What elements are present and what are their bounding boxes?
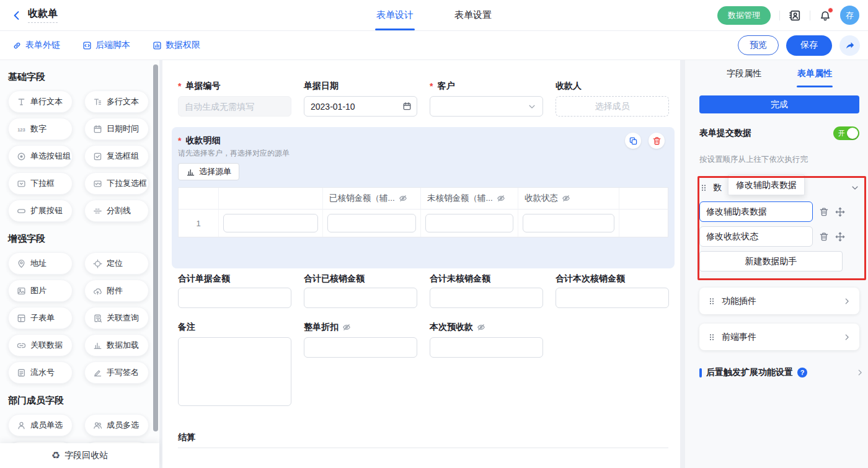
cell-input[interactable] <box>523 214 614 232</box>
prepayment-input[interactable] <box>430 337 543 358</box>
post-trigger-settings[interactable]: 后置触发扩展功能设置 ? <box>699 367 864 378</box>
field-type-icon <box>17 97 26 107</box>
help-icon[interactable]: ? <box>797 368 807 377</box>
order-discount-input[interactable] <box>304 337 417 358</box>
total-field[interactable]: 合计已核销金额 <box>304 273 417 308</box>
document-date-input[interactable] <box>304 96 417 117</box>
calendar-icon[interactable] <box>402 102 412 111</box>
collapsed-section-card[interactable]: 前端事件 <box>699 324 859 350</box>
field-type-item[interactable]: 子表单 <box>8 307 73 329</box>
trash-icon[interactable] <box>819 232 829 242</box>
cell-input[interactable] <box>425 214 513 232</box>
subform-title: 收款明细 <box>178 135 668 146</box>
remark-textarea[interactable] <box>178 337 291 406</box>
back-icon[interactable] <box>11 10 22 21</box>
field-type-item[interactable]: 关联查询 <box>84 307 149 329</box>
field-type-item[interactable]: 流水号 <box>8 361 73 384</box>
field-type-item[interactable]: 手写签名 <box>84 361 149 384</box>
submit-data-toggle[interactable]: 开 <box>833 126 859 140</box>
field-type-item[interactable]: 单行文本 <box>8 91 73 113</box>
field-type-item[interactable]: 单选按钮组 <box>8 145 73 167</box>
field-type-item[interactable]: 日期时间 <box>84 118 149 140</box>
document-no-input[interactable] <box>178 96 291 117</box>
field-type-item[interactable]: 关联数据 <box>8 334 73 356</box>
panel-tab[interactable]: 字段属性 <box>725 60 763 87</box>
save-button[interactable]: 保存 <box>786 35 832 56</box>
total-field[interactable]: 合计单据金额 <box>178 273 291 308</box>
subform-payment-detail[interactable]: 收款明细 请先选择客户，再选择对应的源单 选择源单 已核销金额（辅... <box>172 127 675 268</box>
delete-field-button[interactable] <box>649 133 665 149</box>
field-prepayment[interactable]: 本次预收款 <box>430 322 543 408</box>
field-document-date[interactable]: 单据日期 <box>304 81 417 117</box>
total-field[interactable]: 合计未核销金额 <box>430 273 543 308</box>
payee-member-picker[interactable]: 选择成员 <box>556 96 669 117</box>
drag-handle-icon[interactable] <box>707 333 716 342</box>
chevron-right-icon <box>843 333 851 342</box>
eye-slash-icon[interactable] <box>342 323 351 332</box>
field-type-item[interactable]: 扩展按钮 <box>8 200 73 222</box>
panel-tab[interactable]: 表单属性 <box>796 60 833 87</box>
select-source-button[interactable]: 选择源单 <box>178 163 239 180</box>
field-order-discount[interactable]: 整单折扣 <box>304 322 417 408</box>
main-tab[interactable]: 表单设置 <box>453 0 493 30</box>
main-tab[interactable]: 表单设计 <box>375 0 415 30</box>
collapsed-section-card[interactable]: 功能插件 <box>699 288 859 314</box>
field-recycle-bin[interactable]: ♻ 字段回收站 <box>0 443 159 468</box>
toolbar-link[interactable]: 数据权限 <box>153 40 200 51</box>
done-button[interactable]: 完成 <box>699 95 859 113</box>
drag-handle-icon[interactable] <box>699 183 708 192</box>
field-document-no[interactable]: 单据编号 <box>178 81 291 117</box>
total-field-input[interactable] <box>556 288 669 308</box>
section-title-member-fields: 部门成员字段 <box>8 395 159 407</box>
copy-field-button[interactable] <box>625 133 641 149</box>
cell-input[interactable] <box>223 214 318 232</box>
field-payee[interactable]: 收款人 选择成员 <box>556 81 669 117</box>
field-type-item[interactable]: 地址 <box>8 252 73 275</box>
field-remark[interactable]: 备注 <box>178 322 291 408</box>
drag-handle-icon[interactable] <box>707 297 716 306</box>
assistant-item-input[interactable] <box>699 226 813 247</box>
preview-button[interactable]: 预览 <box>738 35 779 55</box>
field-type-icon <box>17 314 26 323</box>
field-type-item[interactable]: 定位 <box>84 252 149 275</box>
eye-slash-icon[interactable] <box>477 323 485 332</box>
eye-slash-icon[interactable] <box>562 194 570 203</box>
contact-book-icon[interactable] <box>789 9 801 22</box>
assistant-item-input[interactable] <box>699 201 813 222</box>
field-type-item[interactable]: 成员多选 <box>84 414 149 436</box>
chevron-down-icon[interactable] <box>851 183 859 192</box>
field-type-icon <box>17 259 26 268</box>
total-field-label: 合计单据金额 <box>178 273 291 285</box>
field-type-item[interactable]: 成员单选 <box>8 414 73 436</box>
customer-select[interactable] <box>430 96 543 117</box>
share-button[interactable] <box>839 35 860 56</box>
field-type-item[interactable]: 分割线 <box>84 200 149 222</box>
toolbar-link[interactable]: 表单外链 <box>12 40 60 51</box>
field-type-item[interactable]: 附件 <box>84 280 149 302</box>
toolbar-link[interactable]: 后端脚本 <box>82 40 130 51</box>
field-type-item[interactable]: 下拉复选框 <box>84 172 149 195</box>
field-customer[interactable]: 客户 <box>430 81 543 117</box>
new-data-assistant-button[interactable]: 新建数据助手 <box>699 251 843 272</box>
sidebar-scrollbar[interactable] <box>153 64 158 431</box>
eye-slash-icon[interactable] <box>399 194 407 203</box>
avatar[interactable]: 存 <box>840 6 859 25</box>
cell-input[interactable] <box>327 214 416 232</box>
total-field[interactable]: 合计本次核销金额 <box>556 273 669 308</box>
trash-icon[interactable] <box>819 207 829 217</box>
data-manage-button[interactable]: 数据管理 <box>717 6 771 25</box>
field-label: 客户 <box>430 81 543 92</box>
field-type-item[interactable]: 多行文本 <box>84 91 149 113</box>
notification-bell[interactable] <box>819 9 831 22</box>
total-field-input[interactable] <box>304 288 417 308</box>
field-type-item[interactable]: 复选框组 <box>84 145 149 167</box>
move-icon[interactable] <box>835 207 845 217</box>
total-field-input[interactable] <box>430 288 543 308</box>
field-type-item[interactable]: 123 数字 <box>8 118 73 140</box>
field-type-item[interactable]: 数据加载 <box>84 334 149 356</box>
field-type-item[interactable]: 图片 <box>8 280 73 302</box>
eye-slash-icon[interactable] <box>497 194 505 203</box>
move-icon[interactable] <box>835 232 845 242</box>
field-type-item[interactable]: 下拉框 <box>8 172 73 195</box>
total-field-input[interactable] <box>178 288 291 308</box>
